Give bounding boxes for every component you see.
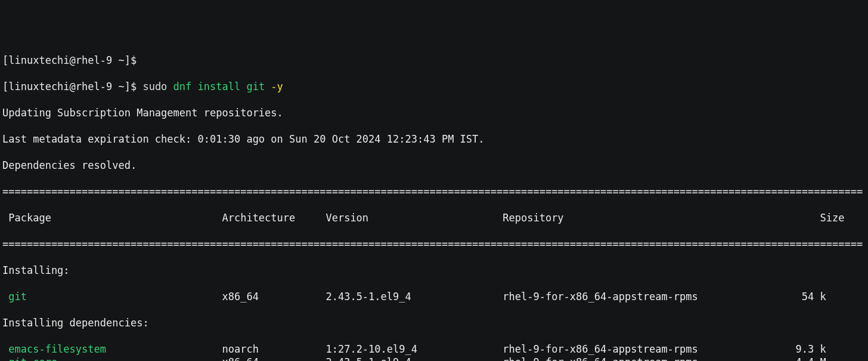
table-row: git-core x86_64 2.43.5-1.el9_4 rhel-9-fo… <box>2 356 866 361</box>
prompt-line-2[interactable]: [linuxtechi@rhel-9 ~]$ sudo dnf install … <box>2 80 866 93</box>
prompt-text: [linuxtechi@rhel-9 ~]$ <box>2 81 142 92</box>
table-row: git x86_64 2.43.5-1.el9_4 rhel-9-for-x86… <box>2 290 866 303</box>
output-deps-resolved: Dependencies resolved. <box>2 159 866 172</box>
table-header: Package Architecture Version Repository … <box>2 211 866 224</box>
separator-top: ========================================… <box>2 185 866 198</box>
output-repo: Updating Subscription Management reposit… <box>2 106 866 119</box>
package-name: git-core <box>2 356 222 361</box>
label-installing-deps: Installing dependencies: <box>2 316 866 329</box>
package-details: noarch 1:27.2-10.el9_4 rhel-9-for-x86_64… <box>222 343 826 355</box>
command-sudo: sudo <box>142 81 173 92</box>
prompt-line-1: [linuxtechi@rhel-9 ~]$ <box>2 54 866 67</box>
separator-mid: ========================================… <box>2 237 866 251</box>
package-details: x86_64 2.43.5-1.el9_4 rhel-9-for-x86_64-… <box>222 291 826 303</box>
package-details: x86_64 2.43.5-1.el9_4 rhel-9-for-x86_64-… <box>222 356 826 361</box>
package-name: emacs-filesystem <box>2 343 222 355</box>
table-row: emacs-filesystem noarch 1:27.2-10.el9_4 … <box>2 343 866 356</box>
command-main: dnf install git <box>173 81 271 92</box>
label-installing: Installing: <box>2 264 866 277</box>
command-flag: -y <box>271 81 283 92</box>
output-metadata: Last metadata expiration check: 0:01:30 … <box>2 132 866 146</box>
package-name: git <box>2 291 222 303</box>
prompt-text: [linuxtechi@rhel-9 ~]$ <box>2 54 137 66</box>
